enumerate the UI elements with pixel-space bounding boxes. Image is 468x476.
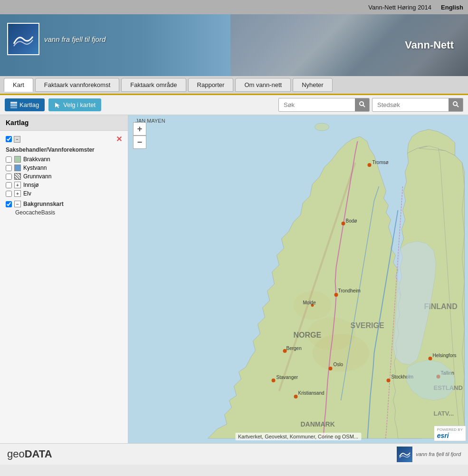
zoom-out-button[interactable]: − (133, 136, 146, 149)
kartlag-button[interactable]: Kartlag (5, 98, 45, 111)
search-button[interactable] (355, 98, 369, 111)
search-area (278, 98, 463, 112)
bakgrunnskart-label: Bakgrunnskart (23, 201, 64, 207)
map-attribution: Kartverket, Geovekst, Kommuner, Corine o… (235, 433, 361, 440)
svg-point-12 (315, 123, 329, 131)
zoom-controls: + − (133, 122, 146, 149)
bakgrunnskart-expand-icon[interactable]: − (14, 201, 21, 207)
molde-label: Molde (303, 300, 316, 305)
velg-button[interactable]: Velg i kartet (48, 98, 101, 111)
geocache-label: GeocacheBasis (6, 209, 122, 216)
svg-marker-3 (55, 103, 60, 108)
innsjo-checkbox[interactable] (6, 182, 12, 188)
close-layer-button[interactable]: ✕ (116, 135, 122, 144)
nav-tab-faktaark-vann[interactable]: Faktaark vannforekomst (35, 78, 119, 92)
svg-line-5 (363, 105, 365, 107)
stedsok-input[interactable] (372, 99, 449, 111)
sverige-label: SVERIGE (351, 321, 384, 330)
svg-rect-0 (10, 102, 17, 104)
search-input[interactable] (279, 99, 355, 111)
svg-point-15 (334, 293, 338, 297)
elv-checkbox[interactable] (6, 191, 12, 197)
svg-point-21 (387, 379, 391, 382)
app-name: Vann-Nett Høring 2014 (368, 4, 431, 11)
danmark-label: DANMARK (301, 420, 335, 428)
kystvann-label: Kystvann (23, 165, 47, 171)
innsjo-expand-icon[interactable]: + (14, 182, 21, 188)
sidebar-content: − ✕ Saksbehandler/Vannforekomster Brakkv… (0, 131, 128, 220)
nav-tab-nyheter[interactable]: Nyheter (293, 78, 333, 92)
footer-geodata-text: geoDATA (7, 448, 52, 460)
footer: geoDATA vann fra fjell til fjord (0, 443, 468, 465)
layer-item-bakgrunnskart: − Bakgrunnskart (6, 201, 122, 207)
layers-icon (10, 102, 17, 108)
elv-expand-icon[interactable]: + (14, 190, 21, 197)
header-title: Vann-Nett (405, 39, 454, 51)
header: vann fra fjell til fjord Vann-Nett (0, 14, 468, 76)
layer-item-brakkvann: Brakkvann (6, 156, 122, 163)
stavanger-label: Stavanger (277, 375, 298, 380)
sidebar: Kartlag − ✕ Saksbehandler/Vannforekomste… (0, 115, 128, 443)
stedsok-search-icon (452, 101, 459, 107)
nav-tab-faktaark-omrade[interactable]: Faktaark område (121, 78, 186, 92)
header-logo: vann fra fjell til fjord (7, 23, 105, 55)
map-area[interactable]: + − (128, 115, 468, 443)
data-part: DATA (25, 448, 52, 460)
innsjo-label: Innsjø (23, 182, 39, 188)
trondheim-label: Trondheim (338, 288, 361, 293)
layer-item-kystvann: Kystvann (6, 165, 122, 171)
bergen-label: Bergen (287, 346, 302, 351)
brakkvann-color-icon (14, 156, 21, 163)
top-bar: Vann-Nett Høring 2014 English (0, 0, 468, 14)
search-group (278, 98, 370, 112)
svg-point-13 (368, 163, 372, 167)
bakgrunnskart-section: − Bakgrunnskart GeocacheBasis (6, 201, 122, 216)
main-layout: Kartlag − ✕ Saksbehandler/Vannforekomste… (0, 115, 468, 443)
nav-tab-om[interactable]: Om vann-nett (235, 78, 291, 92)
svg-point-4 (360, 102, 363, 106)
bakgrunnskart-checkbox[interactable] (6, 201, 12, 207)
grunnvann-color-icon (14, 173, 21, 180)
svg-point-14 (342, 222, 345, 225)
cursor-icon (54, 102, 61, 108)
map-svg: Tromsø Bodø Trondheim Molde Bergen Oslo … (128, 115, 468, 443)
bodø-label: Bodø (346, 218, 357, 223)
sidebar-title: Kartlag (0, 115, 128, 131)
kystvann-checkbox[interactable] (6, 165, 12, 171)
logo-wave-icon (11, 29, 35, 49)
zoom-in-button[interactable]: + (133, 122, 146, 136)
layer-group-label: Saksbehandler/Vannforekomster (6, 146, 122, 153)
svg-rect-1 (10, 104, 17, 106)
svg-point-20 (294, 395, 298, 398)
brakkvann-checkbox[interactable] (6, 156, 12, 163)
svg-point-6 (453, 102, 457, 106)
footer-vann-text: vann fra fjell til fjord (416, 451, 461, 457)
stedsok-button[interactable] (449, 98, 463, 111)
footer-right-logo: vann fra fjell til fjord (396, 446, 461, 463)
svg-point-19 (272, 379, 276, 382)
footer-wave-icon (398, 449, 411, 459)
collapse-icon[interactable]: − (14, 136, 20, 143)
svg-line-7 (457, 105, 458, 107)
nav-tab-kart[interactable]: Kart (4, 78, 33, 92)
language-link[interactable]: English (441, 4, 463, 11)
toolbar: Kartlag Velg i kartet (0, 95, 468, 115)
layer-item-grunnvann: Grunnvann (6, 173, 122, 180)
logo-text: vann fra fjell til fjord (44, 35, 105, 43)
footer-vann-logo-box (396, 446, 413, 463)
svg-point-18 (329, 367, 333, 370)
oslo-label: Oslo (334, 362, 344, 367)
nav-tab-rapporter[interactable]: Rapporter (188, 78, 234, 92)
layer-check-row: − (6, 136, 20, 143)
elv-label: Elv (23, 190, 31, 197)
layer-header-row: − ✕ (6, 135, 122, 144)
grunnvann-checkbox[interactable] (6, 174, 12, 180)
helsingfors-label: Helsingfors (433, 353, 457, 358)
nav-bar: Kart Faktaark vannforekomst Faktaark omr… (0, 76, 468, 95)
layer-item-innsjo: + Innsjø (6, 182, 122, 188)
main-layer-checkbox[interactable] (6, 136, 12, 142)
brakkvann-label: Brakkvann (23, 156, 50, 163)
norge-label: NORGE (294, 331, 322, 339)
layer-item-elv: + Elv (6, 190, 122, 197)
footer-logo: geoDATA (7, 448, 52, 460)
